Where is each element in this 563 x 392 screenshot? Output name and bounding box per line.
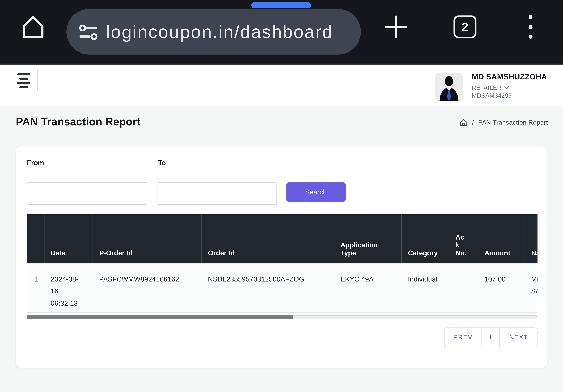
screen: logincoupon.in/dashboard 2 bbox=[0, 0, 563, 392]
app-header: MD SAMSHUZZOHA RETAILER MDSAM34293 bbox=[0, 65, 563, 106]
col-amount: Amount bbox=[478, 214, 525, 263]
user-id: MDSAM34293 bbox=[472, 92, 547, 99]
menu-dot bbox=[528, 15, 532, 19]
from-label: From bbox=[27, 159, 44, 167]
avatar[interactable] bbox=[435, 73, 463, 101]
hamburger-icon bbox=[17, 73, 30, 76]
address-bar[interactable]: logincoupon.in/dashboard bbox=[66, 9, 361, 55]
report-card: From To Search Date P-Order Id Order Id … bbox=[16, 146, 547, 368]
col-date: Date bbox=[44, 214, 93, 263]
home-icon bbox=[19, 13, 47, 42]
url-text: logincoupon.in/dashboard bbox=[106, 21, 349, 42]
col-name: Name bbox=[525, 214, 537, 263]
menu-dot bbox=[528, 25, 532, 29]
horizontal-scrollbar[interactable] bbox=[27, 315, 537, 319]
from-date-input[interactable] bbox=[27, 182, 147, 205]
to-label: To bbox=[158, 159, 166, 167]
breadcrumb-separator: / bbox=[472, 119, 474, 126]
breadcrumb: / PAN Transaction Report bbox=[460, 118, 548, 127]
page-loading-indicator bbox=[251, 2, 311, 8]
person-icon bbox=[435, 73, 463, 101]
chevron-down-icon bbox=[504, 86, 509, 89]
header-divider bbox=[37, 69, 38, 91]
new-tab-button[interactable] bbox=[384, 14, 409, 39]
col-order-id: Order Id bbox=[202, 214, 334, 263]
prev-page-button[interactable]: PREV bbox=[444, 328, 482, 347]
search-button[interactable]: Search bbox=[286, 182, 346, 202]
table-header-row: Date P-Order Id Order Id Application Typ… bbox=[27, 214, 537, 263]
cell-order-id: NSDL23559570312500AFZOG bbox=[202, 263, 334, 312]
cell-category: Individual bbox=[401, 263, 449, 312]
browser-menu-button[interactable] bbox=[526, 15, 535, 39]
sidebar-toggle-button[interactable] bbox=[17, 73, 30, 88]
cell-application-type: EKYC 49A bbox=[334, 263, 401, 312]
col-ack-no: Ac k No. bbox=[449, 214, 478, 263]
browser-home-button[interactable] bbox=[19, 13, 47, 42]
col-index bbox=[27, 214, 44, 263]
cell-p-order-id: PASFCWMW8924166162 bbox=[93, 263, 202, 312]
menu-dot bbox=[528, 35, 532, 39]
breadcrumb-home-icon[interactable] bbox=[460, 118, 468, 127]
scrollbar-thumb[interactable] bbox=[27, 315, 293, 319]
transactions-table: Date P-Order Id Order Id Application Typ… bbox=[27, 214, 537, 313]
pagination: PREV 1 NEXT bbox=[444, 328, 537, 347]
site-settings-icon[interactable] bbox=[78, 22, 98, 41]
next-page-button[interactable]: NEXT bbox=[500, 328, 537, 347]
user-role[interactable]: RETAILER bbox=[472, 84, 547, 91]
page-number[interactable]: 1 bbox=[482, 328, 500, 347]
cell-date: 2024-08-16 06:32:13 bbox=[44, 263, 93, 312]
user-name: MD SAMSHUZZOHA bbox=[472, 73, 547, 82]
cell-ack-no bbox=[449, 263, 478, 312]
col-application-type: Application Type bbox=[334, 214, 401, 263]
to-date-input[interactable] bbox=[156, 182, 277, 205]
plus-icon bbox=[384, 14, 409, 39]
cell-amount: 107.00 bbox=[478, 263, 525, 312]
tab-switcher-button[interactable]: 2 bbox=[454, 15, 476, 38]
col-category: Category bbox=[401, 214, 449, 263]
table-row: 1 2024-08-16 06:32:13 PASFCWMW8924166162… bbox=[27, 263, 537, 312]
user-menu[interactable]: MD SAMSHUZZOHA RETAILER MDSAM34293 bbox=[472, 73, 547, 99]
cell-index: 1 bbox=[27, 263, 44, 312]
tab-count: 2 bbox=[462, 20, 468, 34]
col-p-order-id: P-Order Id bbox=[93, 214, 202, 263]
cell-name: MD SAMSHUZZOHA bbox=[525, 263, 537, 312]
browser-toolbar: logincoupon.in/dashboard 2 bbox=[0, 0, 563, 65]
page-title: PAN Transaction Report bbox=[16, 116, 141, 128]
breadcrumb-current: PAN Transaction Report bbox=[478, 119, 548, 126]
